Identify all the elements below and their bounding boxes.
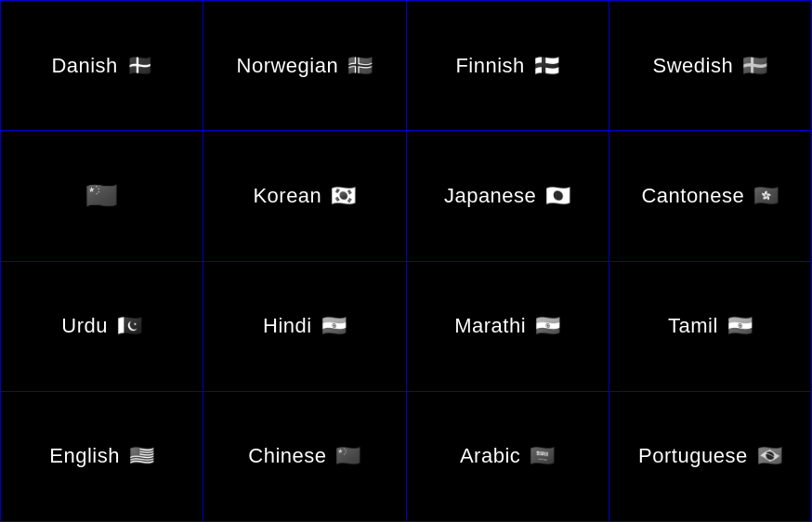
flag-korean: 🇰🇷 <box>331 184 356 208</box>
label-swedish: Swedish <box>653 54 734 78</box>
label-tamil: Tamil <box>668 314 718 338</box>
language-cell-chinese[interactable]: Chinese🇨🇳 <box>203 392 406 522</box>
flag-marathi: 🇮🇳 <box>535 314 560 338</box>
language-cell-english[interactable]: English🇺🇸 <box>1 392 203 522</box>
language-cell-tamil[interactable]: Tamil🇮🇳 <box>609 262 812 392</box>
label-urdu: Urdu <box>61 314 108 338</box>
flag-arabic: 🇸🇦 <box>530 444 555 468</box>
language-cell-urdu[interactable]: Urdu🇵🇰 <box>1 262 203 392</box>
language-cell-arabic[interactable]: Arabic🇸🇦 <box>407 392 609 522</box>
flag-chinese: 🇨🇳 <box>335 444 360 468</box>
label-japanese: Japanese <box>444 184 536 208</box>
flag-english: 🇺🇸 <box>129 444 154 468</box>
language-cell-japanese[interactable]: Japanese🇯🇵 <box>407 131 609 261</box>
label-portuguese: Portuguese <box>638 444 748 468</box>
language-cell-hindi[interactable]: Hindi🇮🇳 <box>203 262 406 392</box>
flag-cantonese: 🇭🇰 <box>753 184 779 208</box>
language-cell-portuguese[interactable]: Portuguese🇧🇷 <box>609 392 812 522</box>
flag-tamil: 🇮🇳 <box>727 314 753 338</box>
label-finnish: Finnish <box>455 54 524 78</box>
label-hindi: Hindi <box>263 314 312 338</box>
label-korean: Korean <box>253 184 321 208</box>
language-cell-cantonese[interactable]: Cantonese🇭🇰 <box>609 131 812 261</box>
flag-swedish: 🇸🇪 <box>742 54 767 78</box>
label-english: English <box>49 444 120 468</box>
language-cell-finnish[interactable]: Finnish🇫🇮 <box>407 1 609 131</box>
language-cell-chinese-mandarin[interactable]: 🇨🇳 <box>1 131 203 261</box>
label-arabic: Arabic <box>460 444 520 468</box>
language-cell-swedish[interactable]: Swedish🇸🇪 <box>609 1 812 131</box>
flag-portuguese: 🇧🇷 <box>757 444 782 468</box>
label-norwegian: Norwegian <box>237 54 339 78</box>
label-chinese: Chinese <box>248 444 326 468</box>
flag-norwegian: 🇳🇴 <box>347 54 373 78</box>
language-cell-marathi[interactable]: Marathi🇮🇳 <box>407 262 609 392</box>
language-cell-korean[interactable]: Korean🇰🇷 <box>203 131 406 261</box>
language-cell-danish[interactable]: Danish🇩🇰 <box>1 1 203 131</box>
flag-finnish: 🇫🇮 <box>534 54 559 78</box>
flag-urdu: 🇵🇰 <box>117 314 142 338</box>
flag-danish: 🇩🇰 <box>127 54 152 78</box>
language-cell-norwegian[interactable]: Norwegian🇳🇴 <box>203 1 406 131</box>
label-cantonese: Cantonese <box>641 184 744 208</box>
flag-japanese: 🇯🇵 <box>545 184 570 208</box>
language-grid: Danish🇩🇰Norwegian🇳🇴Finnish🇫🇮Swedish🇸🇪🇨🇳K… <box>0 0 812 522</box>
label-marathi: Marathi <box>454 314 526 338</box>
label-danish: Danish <box>51 54 117 78</box>
flag-hindi: 🇮🇳 <box>321 314 347 338</box>
flag-chinese-mandarin: 🇨🇳 <box>85 180 118 211</box>
